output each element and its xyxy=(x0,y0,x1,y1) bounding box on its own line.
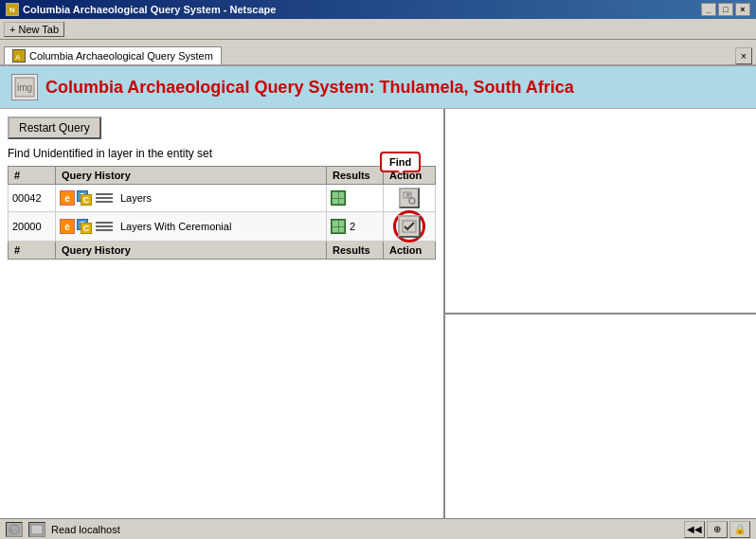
row2-action xyxy=(384,212,436,242)
title-bar: N Columbia Archaeological Query System -… xyxy=(0,0,756,19)
right-panel xyxy=(445,109,756,518)
footer-col-action: Action xyxy=(384,242,436,260)
footer-col-results: Results xyxy=(327,242,384,260)
entity-c-icon2: C xyxy=(81,223,92,234)
svg-text:e: e xyxy=(10,528,14,533)
row1-action: Find xyxy=(384,185,436,212)
find-action-container: Find xyxy=(399,188,420,208)
tab-bar: A Columbia Archaeological Query System × xyxy=(0,40,756,66)
tab-bar-close[interactable]: × xyxy=(735,47,752,64)
maximize-button[interactable]: □ xyxy=(718,3,733,16)
row2-results: 2 xyxy=(327,212,384,242)
col-history-header: Query History xyxy=(56,167,327,185)
results-grid-icon xyxy=(331,190,346,206)
footer-col-number: # xyxy=(9,242,56,260)
svg-rect-12 xyxy=(31,525,43,534)
table-row: 00042 e S C xyxy=(9,185,436,212)
tab-label: Columbia Archaeological Query System xyxy=(29,50,213,62)
row2-label: e S C Layers With Cerem xyxy=(56,212,327,242)
footer-col-history: Query History xyxy=(56,242,327,260)
row1-id: 00042 xyxy=(9,185,56,212)
page-title: Columbia Archaeological Query System: Th… xyxy=(45,78,574,98)
status-btn3[interactable]: 🔒 xyxy=(729,521,750,538)
entity-e-icon2: e xyxy=(60,219,75,234)
table-row: 20000 e S C xyxy=(9,212,436,242)
row1-name: Layers xyxy=(120,192,152,204)
browser-content: img Columbia Archaeological Query System… xyxy=(0,66,756,518)
col-number-header: # xyxy=(9,167,56,185)
check-button[interactable] xyxy=(398,215,421,238)
tab-icon: A xyxy=(12,49,26,63)
results-grid-icon2 xyxy=(331,219,346,234)
status-bar: e Read localhost ◀◀ ⊕ 🔒 xyxy=(0,518,756,539)
right-bottom-panel xyxy=(445,314,756,518)
svg-text:img: img xyxy=(17,82,32,93)
app-icon: N xyxy=(6,3,19,16)
content-area: Restart Query Find Unidentified in layer… xyxy=(0,109,756,518)
status-btn1[interactable]: ◀◀ xyxy=(684,521,705,538)
left-panel: Restart Query Find Unidentified in layer… xyxy=(0,109,445,518)
window-title: Columbia Archaeological Query System - N… xyxy=(23,4,276,15)
row2-result-count: 2 xyxy=(350,221,355,232)
col-results-header: Results xyxy=(327,167,384,185)
row1-results xyxy=(327,185,384,212)
right-top-panel xyxy=(445,109,756,314)
entity-c-icon: C xyxy=(81,194,92,206)
restart-query-button[interactable]: Restart Query xyxy=(8,117,101,139)
svg-text:A: A xyxy=(15,53,21,62)
find-description: Find Unidentified in layer in the entity… xyxy=(8,147,436,160)
find-button[interactable] xyxy=(399,188,420,208)
entity-lines-icon2 xyxy=(96,222,113,231)
entity-e-icon: e xyxy=(60,190,75,206)
status-icon2 xyxy=(28,522,45,537)
page-logo: img xyxy=(11,74,38,100)
svg-line-8 xyxy=(414,203,415,204)
row2-name: Layers With Ceremonial xyxy=(120,221,231,232)
close-button[interactable]: × xyxy=(735,3,750,16)
status-icon1: e xyxy=(6,522,23,537)
row2-id: 20000 xyxy=(9,212,56,242)
entity-lines-icon xyxy=(96,193,113,203)
status-text: Read localhost xyxy=(51,524,678,535)
active-tab[interactable]: A Columbia Archaeological Query System xyxy=(4,46,222,64)
query-table: # Query History Results Action 00042 e xyxy=(8,166,436,260)
new-tab-button[interactable]: + New Tab xyxy=(4,22,64,37)
status-btn2[interactable]: ⊕ xyxy=(707,521,728,538)
new-tab-icon: + xyxy=(9,24,15,35)
minimize-button[interactable]: _ xyxy=(701,3,716,16)
status-right-buttons: ◀◀ ⊕ 🔒 xyxy=(684,521,750,538)
page-header: img Columbia Archaeological Query System… xyxy=(0,66,756,109)
menu-bar: + New Tab xyxy=(0,19,756,40)
find-tooltip: Find xyxy=(380,152,421,172)
svg-rect-4 xyxy=(404,192,411,198)
row1-label: e S C Layers xyxy=(56,185,327,212)
